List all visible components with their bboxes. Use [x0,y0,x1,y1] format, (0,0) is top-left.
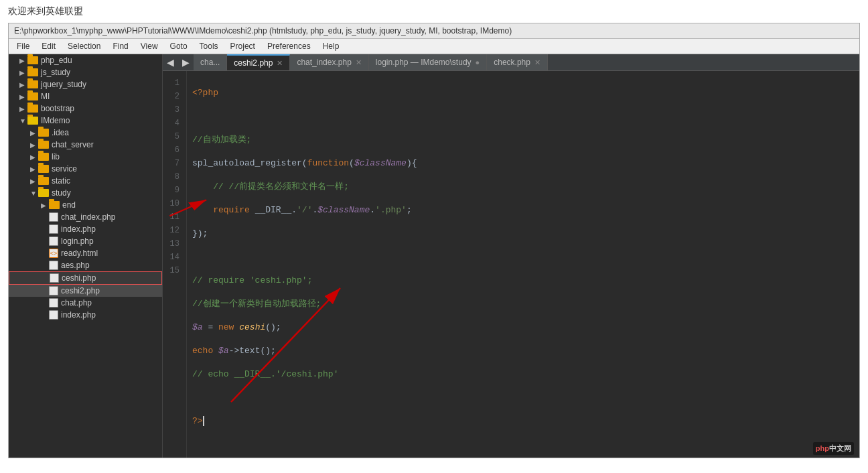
file-icon [49,261,58,270]
tree-arrow: ▶ [30,141,38,149]
tab-close-icon[interactable]: ✕ [534,58,540,67]
tree-item-php-edu[interactable]: ▶ php_edu [9,54,162,66]
file-icon [49,286,58,295]
code-line-12: echo $a->text(); [192,344,854,358]
file-icon [49,310,58,320]
menu-view[interactable]: View [135,40,163,52]
tree-item-lib[interactable]: ▶ lib [9,151,162,163]
code-line-6: require __DIR__.'/'.$className.'.php'; [192,204,854,217]
tree-item-ready[interactable]: ▶ <> ready.html [9,247,162,259]
folder-icon-open [38,189,49,197]
code-content[interactable]: <?php //自动加载类; spl_autoload_register(fun… [187,71,859,458]
folder-icon [27,80,38,88]
menu-file[interactable]: File [11,40,35,52]
tree-label: jquery_study [41,80,86,89]
code-line-5: // //前提类名必须和文件名一样; [192,180,854,194]
welcome-text: 欢迎来到英雄联盟 [0,0,868,23]
file-icon [49,212,58,222]
tree-item-ceshi[interactable]: ▶ ceshi.php [9,271,162,285]
tree-item-ceshi2[interactable]: ▶ ceshi2.php [9,285,162,297]
watermark-suffix: 中文网 [829,444,851,452]
folder-icon [27,68,38,76]
tree-arrow: ▶ [19,81,27,88]
tree-label: end [62,200,76,210]
menu-tools[interactable]: Tools [194,40,224,52]
tab-label: cha... [200,58,220,67]
tree-label: chat.php [61,298,92,308]
code-line-8 [192,251,854,264]
tree-item-chat-server[interactable]: ▶ chat_server [9,139,162,151]
tree-item-index[interactable]: ▶ index.php [9,223,162,235]
line-numbers: 12345 678910 1112131415 [163,71,187,458]
tree-label: index.php [61,224,96,234]
tree-arrow: ▶ [30,153,38,161]
tree-item-end[interactable]: ▶ end [9,199,162,211]
tree-item-chat[interactable]: ▶ chat.php [9,297,162,309]
folder-icon [27,92,38,100]
tree-label: ceshi.php [62,273,96,283]
menu-project[interactable]: Project [225,40,261,52]
tree-label: static [52,176,70,186]
tab-ceshi2[interactable]: ceshi2.php ✕ [227,54,290,70]
code-line-13: // echo __DIR__.'/ceshi.php' [192,368,854,381]
tab-nav-left[interactable]: ◀ [163,54,178,70]
tree-item-service[interactable]: ▶ service [9,163,162,175]
tree-item-login[interactable]: ▶ login.php [9,235,162,247]
tab-chat-index[interactable]: chat_index.php ✕ [290,54,368,70]
tree-arrow: ▶ [41,202,49,209]
tree-arrow: ▶ [30,129,38,137]
tree-label: aes.php [61,261,90,270]
tree-item-chat-index[interactable]: ▶ chat_index.php [9,211,162,223]
folder-icon [38,177,49,185]
tree-item-static[interactable]: ▶ static [9,175,162,187]
menu-edit[interactable]: Edit [36,40,61,52]
code-wrapper: 12345 678910 1112131415 <?php //自动加载类; s… [163,71,859,458]
tree-label: ready.html [61,249,98,258]
file-icon [49,236,58,246]
menu-preferences[interactable]: Preferences [262,40,316,52]
tree-item-bootstrap[interactable]: ▶ bootstrap [9,103,162,115]
folder-icon [49,201,60,209]
tree-item-index2[interactable]: ▶ index.php [9,309,162,321]
tab-close-icon[interactable]: ✕ [277,59,283,68]
tree-label: .idea [52,128,69,137]
tab-close-icon[interactable]: ● [476,58,480,66]
menu-goto[interactable]: Goto [165,40,193,52]
file-icon [49,224,58,234]
tab-label: login.php — IMdemo\study [376,58,472,67]
tab-check[interactable]: check.php ✕ [487,54,548,70]
tab-nav-right[interactable]: ▶ [178,54,194,70]
tree-item-jquery-study[interactable]: ▶ jquery_study [9,78,162,90]
file-tree: ▶ php_edu ▶ js_study ▶ jquery_study ▶ MI… [9,54,163,458]
menu-find[interactable]: Find [107,40,133,52]
tree-arrow: ▼ [19,117,27,125]
code-line-7: }); [192,227,854,241]
menu-help[interactable]: Help [317,40,345,52]
watermark: php中文网 [813,442,854,455]
tree-item-idea[interactable]: ▶ .idea [9,127,162,139]
tab-cha[interactable]: cha... [194,54,227,70]
menu-bar: File Edit Selection Find View Goto Tools… [9,39,859,54]
tree-label: lib [52,152,60,161]
tree-label: IMdemo [41,116,70,125]
tab-close-icon[interactable]: ✕ [356,58,362,67]
tree-item-aes[interactable]: ▶ aes.php [9,259,162,271]
code-line-2 [192,110,854,123]
folder-icon-open [27,117,38,125]
tree-arrow: ▶ [19,93,27,100]
code-line-15: ?> [192,415,854,428]
tab-login[interactable]: login.php — IMdemo\study ● [369,54,487,70]
code-line-10: //创建一个新类时自动加载路径; [192,297,854,311]
tree-label: login.php [61,236,94,246]
tree-item-js-study[interactable]: ▶ js_study [9,66,162,78]
code-line-4: spl_autoload_register(function($classNam… [192,157,854,170]
tree-item-imdemo[interactable]: ▼ IMdemo [9,115,162,127]
tree-label: service [52,164,77,174]
tree-arrow: ▶ [19,105,27,113]
folder-icon [38,141,49,149]
menu-selection[interactable]: Selection [62,40,106,52]
tree-item-study[interactable]: ▼ study [9,187,162,199]
tree-label: chat_server [52,140,94,149]
tree-item-mi[interactable]: ▶ MI [9,90,162,103]
tree-label: index.php [61,310,96,320]
